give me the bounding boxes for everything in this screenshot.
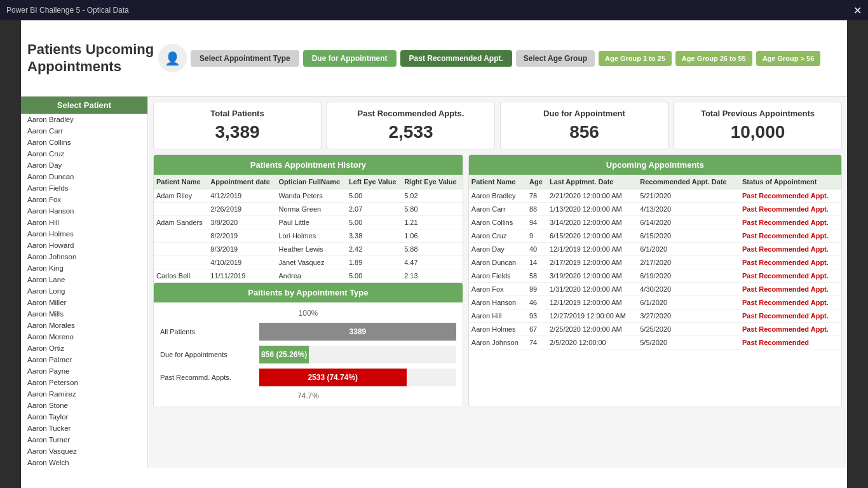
cell-ua-last: 1/31/2020 12:00:00 AM [547, 283, 637, 296]
cell-ua-status: Past Recommended Appt. [740, 269, 841, 283]
cell-ua-age: 93 [527, 309, 547, 323]
total-prev-value: 10,000 [681, 122, 835, 142]
sidebar-item[interactable]: Aaron Welch [21, 457, 147, 468]
cell-ua-last: 12/1/2019 12:00:00 AM [547, 243, 637, 256]
sidebar-item[interactable]: Aaron Palmer [21, 354, 147, 365]
cell-ua-recommended: 2/17/2020 [637, 256, 740, 269]
due-label: Due for Appointment [507, 109, 661, 118]
sidebar-item[interactable]: Aaron Stone [21, 400, 147, 411]
cell-left-eye: 5.00 [346, 216, 402, 229]
sidebar-item[interactable]: Aaron Moreno [21, 331, 147, 342]
sidebar-item[interactable]: Aaron Tucker [21, 423, 147, 434]
cell-ua-status: Past Recommended [740, 336, 841, 349]
cell-appt-date: 9/3/2019 [208, 243, 276, 256]
cell-patient-name [154, 243, 208, 256]
cell-appt-date: 2/26/2019 [208, 203, 276, 216]
past-recommended-card: Past Recommended Appts. 2,533 [327, 102, 495, 149]
table-row: Aaron Carr 88 1/13/2020 12:00:00 AM 4/13… [469, 203, 841, 216]
select-appointment-type-button[interactable]: Select Appointment Type [191, 50, 299, 67]
cell-ua-name: Aaron Holmes [469, 323, 527, 336]
sidebar-item[interactable]: Aaron Vasquez [21, 445, 147, 457]
past-recommended-appt-button[interactable]: Past Recommended Appt. [400, 50, 512, 67]
cell-appt-date: 3/8/2020 [208, 216, 276, 229]
table-row: Aaron Collins 94 3/14/2020 12:00:00 AM 6… [469, 216, 841, 229]
sidebar-item[interactable]: Aaron Mills [21, 308, 147, 320]
select-age-group-button[interactable]: Select Age Group [516, 50, 595, 67]
cell-ua-last: 2/21/2020 12:00:00 AM [547, 189, 637, 203]
total-patients-card: Total Patients 3,389 [153, 102, 322, 149]
sidebar-item[interactable]: Aaron Johnson [21, 251, 147, 262]
sidebar-item[interactable]: Aaron Cruz [21, 148, 147, 159]
table-row: Aaron Duncan 14 2/17/2019 12:00:00 AM 2/… [469, 256, 841, 269]
cell-ua-recommended: 6/1/2020 [637, 243, 740, 256]
cell-ua-last: 1/13/2020 12:00:00 AM [547, 203, 637, 216]
cell-ua-recommended: 5/25/2020 [637, 323, 740, 336]
sidebar-item[interactable]: Aaron Fox [21, 194, 147, 205]
cell-ua-recommended: 6/19/2020 [637, 269, 740, 283]
chart-bar-container: 2533 (74.74%) [259, 369, 456, 386]
cell-ua-recommended: 5/21/2020 [637, 189, 740, 203]
close-button[interactable]: ✕ [853, 4, 862, 17]
cell-ua-last: 2/17/2019 12:00:00 AM [547, 256, 637, 269]
sidebar-item[interactable]: Aaron Hanson [21, 205, 147, 217]
sidebar-item[interactable]: Aaron Peterson [21, 377, 147, 388]
sidebar-item[interactable]: Aaron Carr [21, 125, 147, 137]
due-for-appointment-button[interactable]: Due for Appointment [303, 50, 397, 67]
sidebar-item[interactable]: Aaron King [21, 262, 147, 274]
sidebar-item[interactable]: Aaron Holmes [21, 228, 147, 240]
col-ua-recommended: Recommended Appt. Date [637, 175, 740, 189]
sidebar-item[interactable]: Aaron Morales [21, 320, 147, 331]
cell-ua-status: Past Recommended Appt. [740, 309, 841, 323]
age-group-1-25-button[interactable]: Age Group 1 to 25 [599, 51, 672, 66]
age-group-56-button[interactable]: Age Group > 56 [756, 51, 821, 66]
tables-section: Patients Appointment History Patient Nam… [153, 154, 842, 407]
sidebar-item[interactable]: Aaron Taylor [21, 411, 147, 423]
sidebar-item[interactable]: Aaron Ortiz [21, 342, 147, 354]
col-appt-date: Appointment date [208, 175, 276, 189]
sidebar-item[interactable]: Aaron Howard [21, 240, 147, 251]
cell-ua-name: Aaron Duncan [469, 256, 527, 269]
sidebar-item[interactable]: Aaron Fields [21, 182, 147, 194]
cell-ua-age: 46 [527, 296, 547, 309]
cell-right-eye: 1.06 [402, 229, 463, 243]
cell-optician: Andrea [276, 269, 346, 283]
cell-ua-last: 12/1/2019 12:00:00 AM [547, 296, 637, 309]
col-ua-name: Patient Name [469, 175, 527, 189]
cell-ua-status: Past Recommended Appt. [740, 296, 841, 309]
col-optician: Optician FullName [276, 175, 346, 189]
table-row: Aaron Cruz 9 6/15/2020 12:00:00 AM 6/15/… [469, 229, 841, 243]
cell-ua-age: 67 [527, 323, 547, 336]
sidebar-item[interactable]: Aaron Miller [21, 297, 147, 308]
due-appointment-card: Due for Appointment 856 [500, 102, 668, 149]
sidebar-item[interactable]: Aaron Ramirez [21, 388, 147, 400]
table-row: Aaron Day 40 12/1/2019 12:00:00 AM 6/1/2… [469, 243, 841, 256]
cell-ua-last: 6/15/2020 12:00:00 AM [547, 229, 637, 243]
chart-bar-label: Past Recommd. Appts. [160, 374, 255, 381]
sidebar-item[interactable]: Aaron Lane [21, 274, 147, 285]
table-row: Aaron Hill 93 12/27/2019 12:00:00 AM 3/2… [469, 309, 841, 323]
sidebar-item[interactable]: Aaron Turner [21, 434, 147, 445]
header-buttons: Select Appointment Type Due for Appointm… [191, 50, 820, 67]
col-ua-age: Age [527, 175, 547, 189]
total-prev-card: Total Previous Appointments 10,000 [674, 102, 842, 149]
cell-right-eye: 5.02 [402, 189, 463, 203]
chart-bar: 856 (25.26%) [259, 346, 309, 363]
age-group-26-55-button[interactable]: Age Group 26 to 55 [675, 51, 752, 66]
cell-ua-age: 58 [527, 269, 547, 283]
sidebar-item[interactable]: Aaron Long [21, 285, 147, 297]
cell-ua-recommended: 6/14/2020 [637, 216, 740, 229]
sidebar-item[interactable]: Aaron Duncan [21, 171, 147, 182]
sidebar-item[interactable]: Aaron Day [21, 159, 147, 171]
sidebar-item[interactable]: Aaron Hill [21, 217, 147, 228]
sidebar-item[interactable]: Aaron Bradley [21, 114, 147, 125]
cell-right-eye: 5.88 [402, 243, 463, 256]
sidebar-item[interactable]: Aaron Collins [21, 137, 147, 148]
cell-ua-age: 40 [527, 243, 547, 256]
cell-appt-date: 11/11/2019 [208, 269, 276, 283]
table-row: Carlos Bell 11/11/2019 Andrea 5.00 2.13 [154, 269, 463, 283]
table-row: 2/26/2019 Norma Green 2.07 5.80 [154, 203, 463, 216]
cell-ua-name: Aaron Hill [469, 309, 527, 323]
sidebar-item[interactable]: Aaron Payne [21, 365, 147, 377]
upcoming-appointments-title: Upcoming Appointments [469, 155, 841, 175]
cell-ua-status: Past Recommended Appt. [740, 256, 841, 269]
